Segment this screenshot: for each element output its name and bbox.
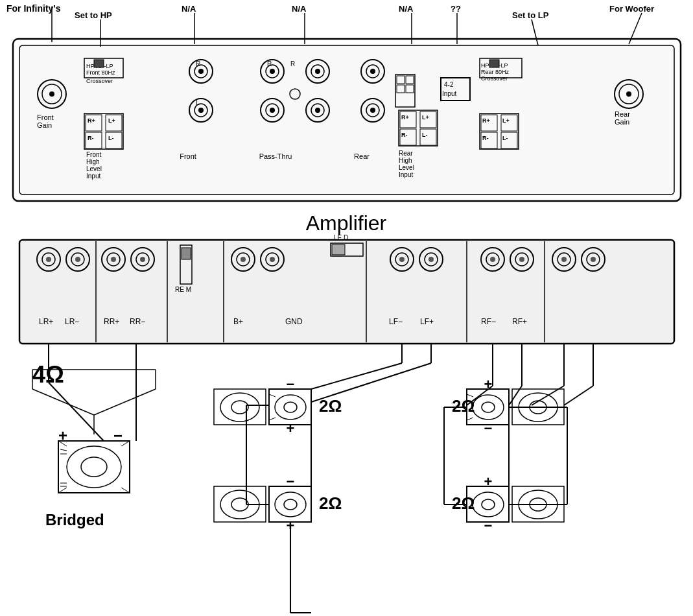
- front-gain-label2: Gain: [37, 121, 52, 129]
- svg-point-140: [284, 402, 297, 412]
- l-minus-front: L-: [108, 135, 114, 141]
- svg-point-163: [482, 499, 495, 510]
- impedance-2ohm-2: 2Ω: [319, 493, 342, 513]
- svg-point-162: [473, 492, 504, 517]
- front-l-label: L: [196, 99, 200, 106]
- l-plus-rear: L+: [422, 114, 429, 121]
- svg-point-34: [315, 69, 320, 74]
- rear-high-level4: Input: [399, 171, 413, 178]
- crossover-front: Crossover: [86, 78, 113, 84]
- svg-point-75: [111, 257, 116, 262]
- rear-crossover: Crossover: [481, 75, 508, 82]
- svg-line-129: [121, 488, 130, 493]
- rr-minus-label: RR−: [130, 317, 145, 326]
- four-two-label: 4-2: [444, 81, 454, 88]
- svg-rect-148: [214, 389, 266, 425]
- na3-label: N/A: [399, 4, 414, 14]
- svg-point-125: [81, 457, 107, 477]
- rear-80hz: Rear 80Hz: [481, 69, 510, 75]
- rear-high-level3: Level: [399, 164, 414, 171]
- svg-rect-14: [94, 60, 104, 67]
- front-high-level4: Input: [86, 172, 100, 180]
- l-plus-front: L+: [108, 117, 115, 124]
- svg-rect-123: [58, 441, 130, 493]
- svg-point-25: [198, 108, 204, 113]
- svg-point-12: [49, 91, 54, 97]
- l-plus-rear2: L+: [502, 117, 510, 124]
- minus-bl: −: [287, 473, 295, 490]
- svg-point-72: [75, 257, 80, 262]
- svg-point-65: [626, 91, 631, 97]
- pass-thru-r2: R: [290, 60, 295, 67]
- svg-line-128: [58, 488, 67, 493]
- impedance-2ohm-4: 2Ω: [452, 493, 475, 513]
- rear-label: Rear: [354, 152, 370, 160]
- svg-rect-1: [19, 45, 674, 195]
- svg-point-83: [241, 257, 246, 262]
- impedance-2ohm-1: 2Ω: [319, 396, 342, 416]
- minus-tl: −: [287, 376, 295, 392]
- pass-thru-r1: R: [267, 60, 272, 67]
- svg-point-22: [198, 69, 204, 74]
- front-high-level2: High: [86, 158, 100, 165]
- for-woofer-label: For Woofer: [609, 4, 654, 14]
- svg-point-143: [284, 499, 297, 510]
- svg-line-121: [94, 389, 156, 415]
- r-plus-rear: R+: [401, 114, 409, 121]
- svg-point-28: [270, 69, 275, 74]
- set-to-hp-label: Set to HP: [75, 10, 112, 20]
- svg-line-177: [564, 386, 593, 405]
- svg-point-149: [220, 393, 259, 421]
- svg-point-91: [399, 257, 405, 262]
- front-high-level: Front: [86, 151, 102, 158]
- svg-point-103: [561, 257, 567, 262]
- na2-label: N/A: [292, 4, 307, 14]
- led-label: LE D: [334, 234, 348, 241]
- l-minus-rear: L-: [422, 132, 428, 138]
- svg-rect-88: [332, 244, 345, 255]
- front-r-label: R: [196, 60, 200, 67]
- bridged-plus: +: [58, 427, 67, 444]
- svg-line-8: [532, 19, 538, 45]
- svg-line-130: [60, 449, 67, 451]
- svg-point-159: [473, 395, 504, 420]
- svg-point-97: [490, 257, 495, 262]
- front-label: Front: [180, 152, 196, 160]
- l-minus-rear2: L-: [502, 135, 508, 141]
- svg-point-142: [275, 492, 306, 517]
- svg-point-160: [482, 402, 495, 412]
- rear-gain-label2: Gain: [615, 118, 629, 126]
- rf-minus-label: RF−: [481, 317, 496, 326]
- r-plus-rear2: R+: [482, 117, 490, 124]
- svg-line-185: [269, 394, 276, 397]
- rf-plus-label: RF+: [512, 317, 527, 326]
- r-minus-rear: R-: [401, 132, 408, 138]
- svg-point-106: [591, 257, 596, 262]
- four-two-input: Input: [442, 90, 456, 97]
- r-plus-front: R+: [88, 117, 95, 124]
- plus-tl: +: [287, 420, 295, 436]
- front-80hz: Front 80Hz: [86, 69, 115, 76]
- svg-rect-80: [182, 248, 191, 259]
- svg-line-136: [311, 363, 402, 389]
- svg-point-41: [370, 69, 375, 74]
- question-label: ??: [451, 4, 461, 14]
- minus-br: −: [484, 517, 493, 534]
- bridged-label: Bridged: [45, 511, 104, 528]
- lf-minus-label: LF−: [389, 317, 403, 326]
- svg-point-86: [270, 257, 275, 262]
- front-high-level3: Level: [86, 165, 102, 172]
- for-infinity-label: For Infinity's: [6, 3, 61, 14]
- lf-plus-label: LF+: [420, 317, 434, 326]
- rear-gain-label: Rear: [615, 110, 630, 118]
- svg-rect-52: [489, 60, 499, 67]
- svg-line-120: [32, 389, 94, 415]
- svg-point-69: [46, 257, 51, 262]
- rear-high-level2: High: [399, 157, 412, 164]
- minus-tr: −: [484, 420, 493, 436]
- gnd-label: GND: [285, 317, 303, 326]
- svg-point-139: [275, 395, 306, 420]
- rear-high-level1: Rear: [399, 150, 413, 157]
- na1-label: N/A: [182, 4, 196, 14]
- main-container: For Infinity's Set to HP N/A N/A N/A ?? …: [0, 0, 693, 616]
